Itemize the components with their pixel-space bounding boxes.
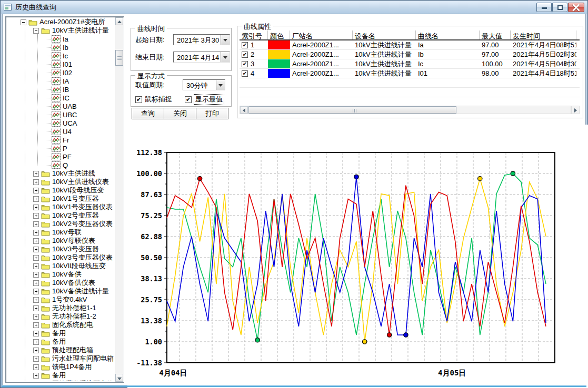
- expand-icon[interactable]: [33, 280, 39, 286]
- maximize-button[interactable]: [552, 3, 567, 12]
- end-date-picker[interactable]: 2021年 4月14: [173, 52, 230, 63]
- column-header[interactable]: 索引号: [240, 30, 268, 39]
- expand-icon[interactable]: [33, 381, 39, 382]
- tree-item[interactable]: IA: [7, 77, 115, 85]
- expand-icon[interactable]: [33, 221, 39, 227]
- expand-icon[interactable]: [33, 272, 39, 278]
- tree-item[interactable]: 10kV备供: [7, 270, 115, 279]
- table-row[interactable]: ✔3Acrel-2000Z1...10kV主供进线计量Ic100.002021年…: [240, 59, 580, 69]
- expand-icon[interactable]: [33, 364, 39, 370]
- tree-item[interactable]: 10kV母联: [7, 228, 115, 237]
- column-header[interactable]: 曲线名: [416, 30, 480, 39]
- scroll-right-button[interactable]: [571, 106, 580, 114]
- close-button[interactable]: [568, 3, 584, 12]
- tree-item[interactable]: 10kV1号变压器仪表: [7, 203, 115, 211]
- tree-item[interactable]: 无功补偿柜1-1: [7, 304, 115, 312]
- column-header[interactable]: 厂站名: [290, 30, 353, 39]
- tree-item[interactable]: Fr: [7, 136, 115, 144]
- expand-icon[interactable]: [33, 230, 39, 236]
- expand-icon[interactable]: [33, 205, 39, 210]
- scrollbar-thumb[interactable]: [115, 50, 123, 66]
- expand-icon[interactable]: [33, 314, 39, 320]
- tree-item[interactable]: P: [7, 144, 115, 152]
- expand-icon[interactable]: [33, 213, 39, 219]
- expand-icon[interactable]: [33, 238, 39, 244]
- expand-icon[interactable]: [33, 196, 39, 202]
- expand-icon[interactable]: [33, 263, 39, 269]
- expand-icon[interactable]: [33, 171, 39, 177]
- tree-item[interactable]: 馈电1P4备用: [7, 363, 115, 371]
- period-combobox[interactable]: 30分钟: [183, 79, 225, 90]
- titlebar[interactable]: 历史曲线查询: [1, 1, 587, 14]
- tree-item[interactable]: I01: [7, 60, 115, 68]
- period-dropdown-button[interactable]: [216, 80, 225, 90]
- start-date-picker[interactable]: 2021年 3月30: [173, 34, 230, 45]
- tree-item[interactable]: 备用: [7, 329, 115, 338]
- expand-icon[interactable]: [33, 356, 39, 362]
- mouse-capture-checkbox[interactable]: ✔: [135, 96, 142, 103]
- column-header[interactable]: 最大值: [480, 30, 511, 39]
- table-row[interactable]: ✔1Acrel-2000Z1...10kV主供进线计量Ia97.002021年4…: [240, 40, 580, 50]
- tree-item[interactable]: 备用: [7, 371, 115, 380]
- hscrollbar-thumb[interactable]: [248, 106, 456, 114]
- start-date-dropdown-button[interactable]: [221, 35, 230, 45]
- tree-item[interactable]: U4: [7, 127, 115, 136]
- tree-item[interactable]: 10kV1号变压器: [7, 195, 115, 203]
- tree-item[interactable]: 10kV备供进线计量: [7, 287, 115, 295]
- show-extremes-checkbox-row[interactable]: ✔ 显示最值: [185, 95, 224, 104]
- tree-item[interactable]: Q: [7, 161, 115, 169]
- print-button[interactable]: 打印: [196, 108, 228, 119]
- expand-icon[interactable]: [33, 289, 39, 294]
- query-button[interactable]: 查询: [132, 108, 164, 119]
- tree-item[interactable]: 无功补偿柜1-2: [7, 312, 115, 321]
- tree-scrollbar[interactable]: [115, 17, 123, 382]
- tree-item[interactable]: 10kV母联仪表: [7, 237, 115, 245]
- tree-item[interactable]: I02: [7, 68, 115, 77]
- tree-item[interactable]: UBC: [7, 110, 115, 119]
- tree-item[interactable]: 10kVI段母线压变: [7, 186, 115, 195]
- table-row[interactable]: ✔2Acrel-2000Z1...10kV主供进线计量Ib97.002021年4…: [240, 50, 580, 59]
- row-checkbox[interactable]: ✔: [242, 52, 248, 58]
- expand-icon[interactable]: [33, 348, 39, 353]
- tree-item[interactable]: PF: [7, 152, 115, 161]
- tree-item[interactable]: IC: [7, 94, 115, 102]
- tree-item[interactable]: IB: [7, 85, 115, 94]
- scroll-down-button[interactable]: [115, 374, 123, 382]
- tree-item[interactable]: Acrel-2000Z1#变电所: [7, 18, 115, 26]
- row-checkbox[interactable]: ✔: [242, 70, 248, 77]
- scroll-up-button[interactable]: [115, 17, 123, 25]
- mouse-capture-checkbox-row[interactable]: ✔ 鼠标捕捉: [135, 95, 185, 104]
- end-date-dropdown-button[interactable]: [221, 52, 230, 62]
- tree-item[interactable]: 10kV主供进线: [7, 169, 115, 178]
- minimize-button[interactable]: [536, 3, 552, 12]
- column-header[interactable]: 颜色: [268, 30, 290, 39]
- row-checkbox[interactable]: ✔: [242, 61, 248, 67]
- tree-item[interactable]: UCA: [7, 119, 115, 127]
- expand-icon[interactable]: [33, 179, 39, 185]
- close-dialog-button[interactable]: 关闭: [164, 108, 196, 119]
- expand-icon[interactable]: [33, 255, 39, 261]
- tree-item[interactable]: 10kV主供进线计量: [7, 26, 115, 35]
- expand-icon[interactable]: [33, 339, 39, 345]
- tree-item[interactable]: Ia: [7, 35, 115, 43]
- tree-item[interactable]: 10kV3号变压器仪表: [7, 253, 115, 262]
- expand-icon[interactable]: [33, 373, 39, 379]
- expand-icon[interactable]: [33, 305, 39, 311]
- tree-item[interactable]: 1号变0.4kV: [7, 295, 115, 304]
- tree-item[interactable]: 10kV主供进线仪表: [7, 178, 115, 186]
- expand-icon[interactable]: [33, 247, 39, 252]
- tree-item[interactable]: 污水处理车间配电箱: [7, 354, 115, 363]
- table-row[interactable]: ✔4Acrel-2000Z1...10kV主供进线计量I0198.002021年…: [240, 69, 580, 78]
- tree-item[interactable]: 10kV2号变压器: [7, 211, 115, 220]
- tree-item[interactable]: 三效蒸发系统配电箱: [7, 380, 115, 381]
- collapse-icon[interactable]: [33, 28, 39, 34]
- tree-item[interactable]: 10kV3号变压器: [7, 245, 115, 253]
- history-curve-chart[interactable]: 112.38100.0087.6375.2562.8850.5038.1325.…: [127, 125, 588, 388]
- tree-item[interactable]: 10kV2号变压器仪表: [7, 220, 115, 228]
- tree-item[interactable]: 备用: [7, 338, 115, 346]
- expand-icon[interactable]: [33, 297, 39, 303]
- collapse-icon[interactable]: [21, 19, 26, 25]
- tree-item[interactable]: 10kVII段母线压变: [7, 262, 115, 270]
- column-header[interactable]: 设备名: [353, 30, 416, 39]
- tree-item[interactable]: Ic: [7, 52, 115, 60]
